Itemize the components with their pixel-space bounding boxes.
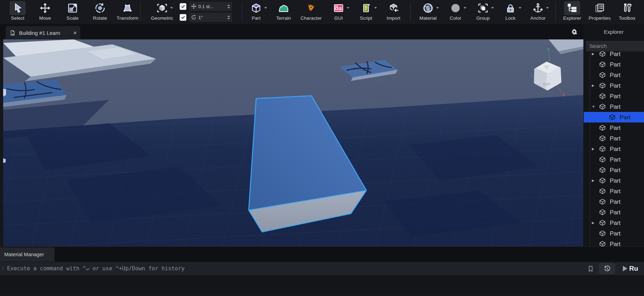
- toolbar-select-button[interactable]: Select: [4, 0, 31, 24]
- explorer-item-part[interactable]: Part: [584, 228, 644, 239]
- toolbar-material-button[interactable]: Material: [414, 0, 442, 24]
- explorer-item-part[interactable]: Part: [584, 196, 644, 207]
- toolbar-geometric-button[interactable]: Geometric: [146, 0, 178, 24]
- toolbar-gui-button[interactable]: GUI: [325, 0, 352, 24]
- toolbar-separator: [555, 2, 556, 21]
- main-toolbar: 0.1 st... 1° SelectMoveScaleRotateTransf…: [0, 0, 644, 24]
- chevron-down-icon[interactable]: [464, 7, 466, 9]
- rotate-snap-field[interactable]: 1°: [189, 13, 232, 22]
- move-snap-icon: [191, 4, 197, 9]
- toolbar-color-button[interactable]: Color: [442, 0, 469, 24]
- toolbar-item-label: Select: [11, 15, 24, 21]
- move-snap-checkbox[interactable]: [180, 3, 186, 10]
- toolbar-item-label: Material: [420, 15, 437, 21]
- chevron-down-icon[interactable]: [347, 7, 349, 9]
- explorer-item-part[interactable]: Part: [584, 133, 644, 144]
- material-manager-tab[interactable]: Material Manager: [0, 247, 55, 262]
- part-cube-icon: [599, 103, 606, 110]
- chevron-down-icon[interactable]: [519, 7, 521, 9]
- chevron-expanded-icon[interactable]: ▼: [592, 105, 595, 108]
- toolbar-lock-button[interactable]: Lock: [497, 0, 524, 24]
- explorer-item-part[interactable]: Part: [584, 154, 644, 165]
- rotate-snap-checkbox[interactable]: [180, 14, 186, 21]
- move-snap-value: 0.1 st...: [198, 4, 227, 9]
- chevron-down-icon[interactable]: [374, 7, 377, 9]
- explorer-item-part[interactable]: Part: [584, 91, 644, 101]
- explorer-item-part[interactable]: Part: [584, 122, 644, 133]
- toolbar-item-label: Terrain: [276, 15, 291, 21]
- part-cube-icon: [599, 230, 606, 237]
- chevron-down-icon[interactable]: [264, 7, 267, 9]
- checkmark-icon: [181, 15, 185, 20]
- toolbar-terrain-button[interactable]: Terrain: [270, 0, 297, 24]
- command-bar-grip[interactable]: ⋮: [0, 265, 6, 272]
- explorer-item-label: Part: [610, 72, 620, 78]
- explorer-search-input[interactable]: [586, 43, 644, 49]
- explorer-item-part[interactable]: ▶Part: [584, 144, 644, 154]
- explorer-tree: ▶PartPartPart▶PartPart▼PartPartPartPart▶…: [584, 49, 644, 246]
- command-input[interactable]: [6, 265, 583, 272]
- toolbar-group-1: Geometric: [146, 0, 178, 24]
- command-bar: ⋮ Ru: [0, 262, 644, 275]
- toolbar-toolbox-button[interactable]: Toolbox: [613, 0, 641, 24]
- chevron-collapsed-icon[interactable]: ▶: [592, 84, 594, 87]
- tab-building-1-learn[interactable]: Building #1 Learn ×: [6, 26, 80, 39]
- move-snap-stepper[interactable]: [227, 5, 230, 8]
- chevron-collapsed-icon[interactable]: ▶: [592, 221, 594, 225]
- chevron-collapsed-icon[interactable]: ▶: [592, 179, 594, 182]
- chevron-down-icon[interactable]: [491, 7, 494, 9]
- explorer-search[interactable]: [586, 41, 644, 51]
- explorer-item-part[interactable]: ▶Part: [584, 175, 644, 186]
- place-document-icon: [9, 30, 16, 36]
- toolbar-item-label: Geometric: [151, 15, 173, 21]
- toolbar-script-button[interactable]: Script: [352, 0, 380, 24]
- part-cube-icon: [599, 93, 606, 99]
- explorer-item-part[interactable]: ▼Part: [584, 101, 644, 112]
- explorer-item-part[interactable]: Part: [584, 165, 644, 175]
- toolbar-move-button[interactable]: Move: [31, 0, 59, 24]
- viewport-3d-canvas[interactable]: Y X Z Right: [3, 39, 583, 246]
- bottom-tab-strip: Material Manager: [0, 246, 644, 262]
- toolbar-transform-button[interactable]: Transform: [114, 0, 141, 24]
- part-icon: [248, 1, 264, 15]
- cursor-icon: [10, 1, 26, 15]
- explorer-item-label: Part: [610, 230, 620, 237]
- chevron-collapsed-icon[interactable]: ▶: [592, 52, 594, 56]
- explorer-item-part[interactable]: Part: [584, 59, 644, 70]
- chevron-down-icon[interactable]: [546, 7, 549, 9]
- chevron-down-icon[interactable]: [170, 7, 173, 9]
- tab-close-icon[interactable]: ×: [73, 30, 77, 36]
- toolbar-character-button[interactable]: Character: [297, 0, 325, 24]
- part-cube-icon: [599, 188, 606, 194]
- toolbar-group-button[interactable]: Group: [469, 0, 497, 24]
- toolbar-import-button[interactable]: Import: [380, 0, 407, 24]
- toolbar-properties-button[interactable]: Properties: [586, 0, 613, 24]
- toolbar-item-label: Character: [301, 15, 322, 21]
- explorer-item-part[interactable]: Part: [584, 70, 644, 80]
- toolbar-scale-button[interactable]: Scale: [59, 0, 86, 24]
- explorer-item-part[interactable]: ▶Part: [584, 80, 644, 91]
- tab-options-button[interactable]: [570, 27, 579, 37]
- explorer-item-part[interactable]: Part: [584, 186, 644, 196]
- toolbar-anchor-button[interactable]: Anchor: [524, 0, 552, 24]
- part-cube-icon: [599, 241, 606, 246]
- toolbar-rotate-button[interactable]: Rotate: [86, 0, 114, 24]
- explorer-item-part-selected[interactable]: Part: [584, 112, 644, 122]
- toolbar-part-button[interactable]: Part: [242, 0, 270, 24]
- scene: Y X Z Right: [3, 39, 583, 246]
- bookmark-button[interactable]: [583, 263, 597, 274]
- explorer-item-part[interactable]: ▶Part: [584, 218, 644, 228]
- move-snap-field[interactable]: 0.1 st...: [189, 2, 232, 11]
- chevron-collapsed-icon[interactable]: ▶: [592, 147, 594, 151]
- explorer-item-part[interactable]: Part: [584, 207, 644, 218]
- chevron-down-icon[interactable]: [436, 7, 439, 9]
- explorer-item-part[interactable]: Part: [584, 239, 644, 246]
- explorer-item-label: Part: [610, 93, 620, 100]
- part-cube-icon: [599, 167, 606, 173]
- toolbar-explorer-button[interactable]: Explorer: [558, 0, 586, 24]
- part-cube-icon: [599, 177, 606, 184]
- run-button[interactable]: Ru: [623, 265, 644, 272]
- play-icon: [623, 266, 627, 271]
- history-button[interactable]: [599, 263, 615, 274]
- rotate-snap-stepper[interactable]: [227, 15, 230, 19]
